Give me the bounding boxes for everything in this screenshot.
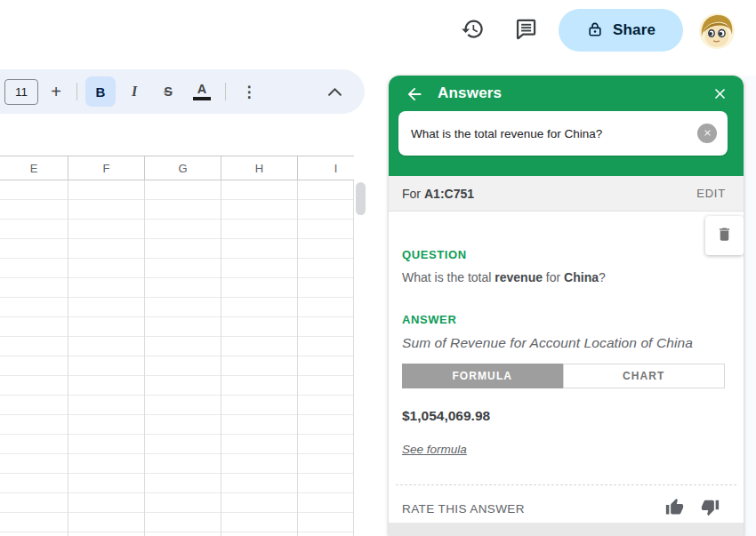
column-header-label: G (178, 162, 187, 175)
more-options-button[interactable]: ⋮ (234, 76, 264, 107)
grid-column-line (144, 180, 145, 536)
column-header[interactable]: H (221, 156, 298, 180)
rate-answer-label: RATE THIS ANSWER (402, 502, 525, 516)
share-label: Share (613, 21, 655, 39)
grid-column-line (221, 180, 221, 536)
strikethrough-icon: S (164, 84, 173, 99)
answer-view-tabs: FORMULA CHART (402, 364, 725, 388)
bold-button[interactable]: B (85, 76, 116, 107)
column-header-label: I (334, 162, 338, 175)
panel-footer (389, 523, 744, 536)
comments-button[interactable] (509, 13, 543, 47)
answer-card: QUESTION What is the total revenue for C… (389, 212, 744, 523)
rate-answer-row: RATE THIS ANSWER (402, 494, 722, 523)
tab-chart[interactable]: CHART (563, 364, 726, 388)
dashed-divider (396, 484, 736, 485)
lock-icon (586, 20, 604, 41)
column-header[interactable]: G (145, 156, 221, 180)
thumbs-down-button[interactable] (697, 496, 722, 521)
text-color-swatch (193, 97, 211, 100)
answers-panel: Answers For A1:C751 EDIT (389, 76, 744, 536)
bold-icon: B (96, 84, 106, 100)
query-input-container (398, 111, 728, 156)
close-icon (712, 85, 728, 105)
strikethrough-button[interactable]: S (153, 76, 183, 107)
edit-range-button[interactable]: EDIT (696, 187, 726, 200)
column-header[interactable]: F (68, 156, 145, 180)
back-button[interactable] (399, 80, 430, 110)
column-header[interactable]: E (0, 156, 68, 180)
clear-icon (703, 127, 712, 140)
question-input[interactable] (398, 127, 697, 140)
question-section-label: QUESTION (402, 248, 467, 261)
tab-formula[interactable]: FORMULA (402, 364, 563, 388)
close-panel-button[interactable] (704, 80, 735, 110)
thumbs-up-button[interactable] (662, 496, 687, 521)
font-size-field[interactable] (4, 79, 38, 105)
column-header[interactable]: I (298, 156, 354, 180)
result-value: $1,054,069.98 (402, 408, 490, 424)
vertical-scrollbar-thumb[interactable] (356, 182, 366, 215)
formatting-toolbar: + B I S A ⋮ (0, 69, 365, 114)
grid-column-line (353, 180, 354, 536)
collapse-toolbar-icon (328, 85, 342, 99)
column-header-label: H (255, 162, 263, 175)
grid-column-line (297, 180, 298, 536)
column-header-label: E (30, 162, 38, 175)
grid-column-line (68, 180, 68, 536)
question-text: What is the total revenue for China? (402, 270, 606, 284)
column-header-label: F (103, 162, 110, 175)
panel-title: Answers (438, 84, 502, 102)
column-headers: E F G H I (0, 156, 354, 180)
range-prefix: For (402, 187, 421, 201)
thumb-down-icon (701, 498, 720, 519)
text-color-icon: A (197, 83, 206, 96)
sheet-grid[interactable] (0, 180, 354, 536)
text-color-button[interactable]: A (187, 76, 217, 107)
delete-answer-button[interactable] (705, 216, 744, 255)
data-range-bar: For A1:C751 EDIT (389, 176, 744, 212)
comment-icon (514, 17, 538, 44)
answers-panel-header: Answers (389, 76, 744, 176)
history-icon (461, 17, 485, 44)
collapse-toolbar-button[interactable] (326, 84, 343, 100)
toolbar-divider (225, 83, 226, 100)
avatar[interactable] (699, 13, 735, 49)
toolbar-divider (76, 83, 77, 100)
answer-section-label: ANSWER (402, 313, 456, 326)
italic-button[interactable]: I (119, 76, 149, 107)
range-value: A1:C751 (424, 187, 474, 201)
italic-icon: I (132, 84, 137, 100)
share-button[interactable]: Share (559, 9, 683, 52)
trash-icon (716, 226, 733, 245)
clear-query-button[interactable] (697, 124, 717, 143)
increase-font-size-button[interactable]: + (42, 82, 70, 102)
more-vertical-icon: ⋮ (242, 83, 257, 101)
history-button[interactable] (455, 13, 489, 47)
back-arrow-icon (405, 84, 424, 107)
see-formula-link[interactable]: See formula (402, 443, 467, 456)
answer-description: Sum of Revenue for Account Location of C… (402, 335, 693, 351)
sheets-window: Share + B I S A (0, 0, 756, 536)
panel-gutter (744, 76, 756, 536)
thumb-up-icon (665, 498, 684, 519)
